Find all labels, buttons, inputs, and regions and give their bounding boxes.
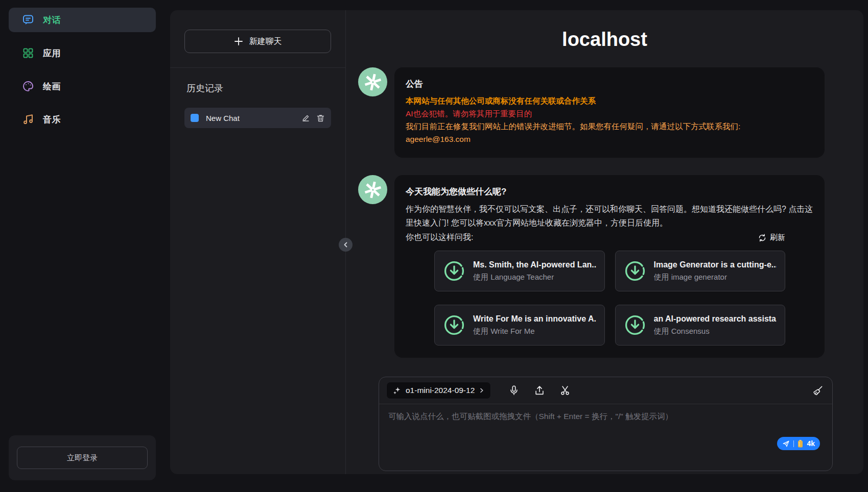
main-panel: localhost <box>346 10 863 474</box>
announcement-line: 我们目前正在修复我们网站上的错误并改进细节。如果您有任何疑问，请通过以下方式联系… <box>406 120 813 133</box>
message-input[interactable] <box>388 411 823 442</box>
suggestion-card[interactable]: Write For Me is an innovative A... 使用 Wr… <box>434 305 605 346</box>
circle-arrow-down-icon <box>443 260 465 282</box>
sidebar-item-label: 对话 <box>43 14 61 26</box>
broom-icon <box>812 385 824 397</box>
sidebar-item-label: 音乐 <box>43 114 61 126</box>
token-badge: 4k <box>807 439 815 448</box>
circle-arrow-down-icon <box>624 260 646 282</box>
composer: o1-mini-2024-09-12 <box>379 377 833 471</box>
login-card: 立即登录 <box>9 435 156 480</box>
message-list: 公告 本网站与任何其他公司或商标没有任何关联或合作关系 AI也会犯错。请勿将其用… <box>346 67 863 358</box>
scissors-icon <box>559 385 571 396</box>
send-button[interactable]: 4k <box>777 437 820 450</box>
divider <box>793 440 794 447</box>
message-bubble: 今天我能为您做些什么呢? 作为你的智慧伙伴，我不仅可以写文案、出点子，还可以和你… <box>394 175 825 358</box>
composer-toolbar: o1-mini-2024-09-12 <box>379 377 832 404</box>
sidebar-item-drawing[interactable]: 绘画 <box>9 74 156 99</box>
contact-email-link[interactable]: ageerle@163.com <box>406 135 471 143</box>
clear-context-button[interactable] <box>810 383 825 398</box>
openai-logo-icon <box>358 175 387 204</box>
collapse-panel-button[interactable] <box>339 238 353 252</box>
assistant-message: 公告 本网站与任何其他公司或商标没有任何关联或合作关系 AI也会犯错。请勿将其用… <box>358 67 825 158</box>
sidebar-item-chat[interactable]: 对话 <box>9 8 156 32</box>
suggestion-subtitle: 使用 Language Teacher <box>473 273 596 282</box>
sidebar: 对话 应用 绘画 <box>0 0 170 492</box>
new-chat-label: 新建聊天 <box>249 36 282 47</box>
music-note-icon <box>22 113 34 126</box>
voice-input-button[interactable] <box>506 383 522 398</box>
announcement-line: AI也会犯错。请勿将其用于重要目的 <box>406 107 813 120</box>
suggestion-title: Image Generator is a cutting-e... <box>654 260 777 269</box>
plus-icon <box>234 37 243 46</box>
circle-arrow-down-icon <box>624 314 646 336</box>
model-label: o1-mini-2024-09-12 <box>406 386 475 395</box>
app-window: 对话 应用 绘画 <box>0 0 868 492</box>
paper-plane-icon <box>782 440 790 448</box>
suggestion-card[interactable]: Image Generator is a cutting-e... 使用 ima… <box>615 251 786 291</box>
composer-input-area: 4k <box>379 404 832 471</box>
chevron-right-icon <box>479 388 484 393</box>
suggestion-cards: Ms. Smith, the AI-powered Lan... 使用 Lang… <box>434 251 785 346</box>
chat-name: New Chat <box>206 114 295 122</box>
announcement-heading: 公告 <box>406 78 813 90</box>
screenshot-button[interactable] <box>557 383 573 398</box>
welcome-body: 作为你的智慧伙伴，我不仅可以写文案、出点子，还可以和你聊天、回答问题。想知道我还… <box>406 202 813 230</box>
prompt-hint: 你也可以这样问我: <box>406 232 473 243</box>
new-chat-button[interactable]: 新建聊天 <box>184 30 331 53</box>
divider <box>170 67 345 68</box>
announcement-line: 本网站与任何其他公司或商标没有任何关联或合作关系 <box>406 94 813 107</box>
history-title: 历史记录 <box>184 82 331 94</box>
page-title: localhost <box>346 29 863 51</box>
microphone-icon <box>508 385 520 396</box>
content-shell: 新建聊天 历史记录 New Chat <box>170 10 863 474</box>
history-panel: 新建聊天 历史记录 New Chat <box>170 10 346 474</box>
suggestion-title: Ms. Smith, the AI-powered Lan... <box>473 260 596 269</box>
sparkles-icon <box>393 386 401 395</box>
suggestion-title: an AI-powered research assista... <box>654 314 777 324</box>
palette-icon <box>22 80 34 92</box>
suggestion-card[interactable]: Ms. Smith, the AI-powered Lan... 使用 Lang… <box>434 251 605 291</box>
refresh-label: 刷新 <box>770 233 785 242</box>
suggestion-card[interactable]: an AI-powered research assista... 使用 Con… <box>615 305 786 346</box>
apps-grid-icon <box>22 47 34 59</box>
suggestion-title: Write For Me is an innovative A... <box>473 314 596 324</box>
message-bubble: 公告 本网站与任何其他公司或商标没有任何关联或合作关系 AI也会犯错。请勿将其用… <box>394 67 825 158</box>
sidebar-item-label: 应用 <box>43 47 61 59</box>
chevron-left-icon <box>343 242 348 248</box>
edit-icon[interactable] <box>301 114 310 122</box>
chat-color-icon <box>191 114 199 122</box>
refresh-icon <box>758 234 766 242</box>
upload-file-button[interactable] <box>532 383 547 398</box>
refresh-suggestions-button[interactable]: 刷新 <box>758 233 785 242</box>
suggestion-subtitle: 使用 image generator <box>654 273 777 282</box>
delete-icon[interactable] <box>316 114 325 122</box>
sidebar-item-music[interactable]: 音乐 <box>9 107 156 132</box>
sidebar-item-apps[interactable]: 应用 <box>9 41 156 65</box>
suggestion-subtitle: 使用 Consensus <box>654 327 777 336</box>
chat-bubble-icon <box>22 14 34 26</box>
battery-icon <box>797 440 803 448</box>
suggestion-subtitle: 使用 Write For Me <box>473 327 596 336</box>
model-selector[interactable]: o1-mini-2024-09-12 <box>386 382 491 399</box>
circle-arrow-down-icon <box>443 314 465 336</box>
sidebar-item-label: 绘画 <box>43 81 61 92</box>
chat-list-item[interactable]: New Chat <box>184 108 331 128</box>
openai-logo-icon <box>358 67 387 96</box>
login-button[interactable]: 立即登录 <box>17 447 148 469</box>
welcome-heading: 今天我能为您做些什么呢? <box>406 186 813 198</box>
assistant-message: 今天我能为您做些什么呢? 作为你的智慧伙伴，我不仅可以写文案、出点子，还可以和你… <box>358 175 825 358</box>
upload-icon <box>534 385 545 396</box>
